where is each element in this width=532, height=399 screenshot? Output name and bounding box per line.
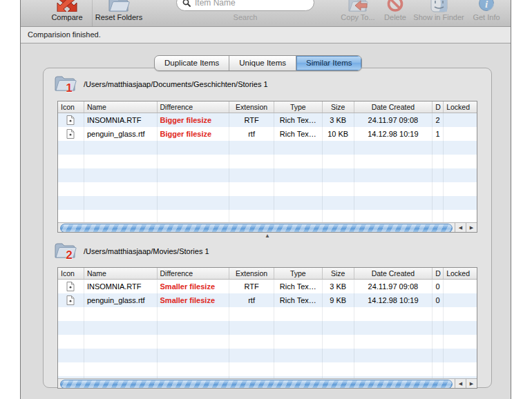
table-row[interactable]: INSOMNIA.RTFBigger filesizeRTFRich Tex…3…: [58, 113, 477, 127]
column-header-name[interactable]: Name: [84, 101, 158, 113]
toolbar-button-label: Delete: [384, 13, 406, 22]
table-row[interactable]: INSOMNIA.RTFSmaller filesizeRTFRich Tex……: [58, 280, 477, 293]
column-header-locked[interactable]: Locked: [444, 268, 477, 279]
document-icon: [66, 295, 75, 305]
result-tabs: Duplicate ItemsUnique ItemsSimilar Items: [154, 55, 362, 71]
document-icon: [66, 129, 75, 139]
column-header-d[interactable]: D: [433, 101, 444, 113]
column-header-icon[interactable]: Icon: [58, 268, 84, 279]
empty-row: [58, 376, 477, 378]
cell-locked: [444, 293, 477, 307]
column-header-date-created[interactable]: Date Created: [354, 101, 433, 113]
svg-text:1: 1: [66, 81, 72, 93]
cell-size: 3 KB: [323, 280, 354, 293]
tab-similar-items[interactable]: Similar Items: [296, 56, 361, 70]
column-header-extension[interactable]: Extension: [229, 268, 274, 279]
folder-path: /Users/matthiasjaap/Documents/Geschichte…: [84, 80, 268, 88]
column-header-difference[interactable]: Difference: [158, 268, 230, 279]
compare-icon: [57, 0, 77, 13]
similar-items-table-2: IconNameDifferenceExtensionTypeSizeDate …: [57, 267, 477, 389]
content-area: Duplicate ItemsUnique ItemsSimilar Items…: [21, 44, 511, 399]
column-header-size[interactable]: Size: [323, 268, 354, 279]
cell-date_created: 14.12.98 10:19: [354, 127, 433, 141]
horizontal-scrollbar: ◀▶: [58, 378, 477, 389]
cell-d: 0: [433, 293, 444, 307]
empty-row: [58, 349, 477, 362]
empty-row: [58, 182, 477, 196]
status-text: Comparision finished.: [28, 30, 101, 39]
toolbar: CompareReset Folders Search Copy To...De…: [21, 0, 511, 27]
empty-row: [58, 141, 477, 155]
column-header-type[interactable]: Type: [274, 268, 323, 279]
cell-d: 1: [433, 127, 444, 141]
folder-1-icon: 1: [53, 73, 77, 96]
column-header-size[interactable]: Size: [323, 101, 354, 113]
toolbar-button-label: Get Info: [473, 13, 500, 22]
cell-extension: RTF: [229, 280, 274, 293]
cell-name: INSOMNIA.RTF: [84, 113, 158, 127]
search-field[interactable]: [176, 0, 314, 11]
panel-folder-1: 1/Users/matthiasjaap/Documents/Geschicht…: [44, 72, 491, 237]
splitter-handle[interactable]: ▲: [265, 233, 270, 239]
cell-d: 0: [433, 280, 444, 293]
column-header-type[interactable]: Type: [274, 101, 323, 113]
toolbar-button-label: Copy To...: [341, 13, 374, 22]
show-in-finder-button[interactable]: Show in Finder: [406, 0, 471, 22]
column-header-difference[interactable]: Difference: [158, 101, 230, 113]
get-info-icon: i: [478, 0, 495, 13]
scroll-right-button[interactable]: ▶: [466, 223, 477, 233]
cell-type: Rich Tex…: [274, 280, 323, 293]
horizontal-scrollbar: ◀▶: [58, 222, 477, 233]
reset-folders-button[interactable]: Reset Folders: [89, 0, 149, 22]
scrollbar-track[interactable]: [58, 224, 455, 233]
cell-difference: Smaller filesize: [158, 280, 230, 293]
cell-d: 2: [433, 113, 444, 127]
toolbar-button-label: Reset Folders: [95, 13, 142, 22]
column-header-d[interactable]: D: [433, 268, 444, 279]
scrollbar-thumb[interactable]: [60, 224, 453, 233]
tab-unique-items[interactable]: Unique Items: [229, 56, 296, 70]
copy-to-button[interactable]: Copy To...: [332, 0, 383, 22]
table-row[interactable]: penguin_glass.rtfBigger filesizertfRich …: [58, 127, 477, 141]
get-info-button[interactable]: iGet Info: [467, 0, 506, 22]
empty-row: [58, 210, 477, 222]
delete-icon: [386, 0, 404, 13]
cell-type: Rich Tex…: [274, 113, 323, 127]
scrollbar-track[interactable]: [58, 380, 455, 389]
cell-size: 3 KB: [323, 113, 354, 127]
tab-duplicate-items[interactable]: Duplicate Items: [155, 56, 229, 70]
column-header-date-created[interactable]: Date Created: [354, 268, 433, 279]
empty-row: [58, 307, 477, 321]
column-header-locked[interactable]: Locked: [444, 101, 477, 113]
toolbar-button-label: Show in Finder: [413, 13, 464, 22]
cell-name: penguin_glass.rtf: [84, 127, 158, 141]
search-input[interactable]: [193, 0, 308, 8]
cell-name: INSOMNIA.RTF: [84, 280, 158, 293]
column-header-name[interactable]: Name: [84, 268, 158, 279]
svg-text:2: 2: [66, 249, 72, 260]
scroll-right-button[interactable]: ▶: [466, 379, 477, 389]
column-header-icon[interactable]: Icon: [58, 101, 84, 113]
cell-difference: Smaller filesize: [158, 293, 230, 307]
toolbar-button-label: Compare: [51, 13, 82, 22]
scrollbar-thumb[interactable]: [60, 380, 453, 389]
cell-extension: rtf: [229, 127, 274, 141]
table-row[interactable]: penguin_glass.rtfSmaller filesizertfRich…: [58, 293, 477, 307]
cell-locked: [444, 127, 477, 141]
empty-row: [58, 321, 477, 335]
scroll-left-button[interactable]: ◀: [455, 379, 466, 389]
cell-name: penguin_glass.rtf: [84, 293, 158, 307]
cell-locked: [444, 280, 477, 293]
empty-row: [58, 196, 477, 210]
empty-row: [58, 335, 477, 349]
compare-button[interactable]: Compare: [43, 0, 91, 22]
app-window: CompareReset Folders Search Copy To...De…: [20, 0, 511, 399]
scroll-left-button[interactable]: ◀: [455, 223, 466, 233]
results-groupbox: 1/Users/matthiasjaap/Documents/Geschicht…: [43, 68, 492, 388]
search-label: Search: [176, 13, 314, 21]
empty-row: [58, 155, 477, 168]
empty-row: [58, 362, 477, 376]
document-icon: [66, 282, 75, 291]
column-header-extension[interactable]: Extension: [229, 101, 274, 113]
cell-locked: [444, 113, 477, 127]
